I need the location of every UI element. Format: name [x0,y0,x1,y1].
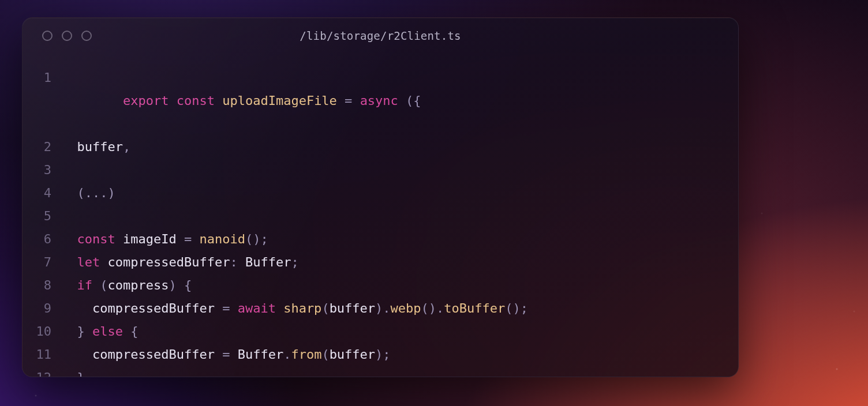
punct: ( [100,278,107,292]
line-number: 4 [31,182,62,205]
punct: (); [505,301,528,315]
identifier: compressedBuffer [92,301,215,315]
identifier: compressedBuffer [108,255,230,269]
punct: : [230,255,245,269]
code-line: 6 const imageId = nanoid(); [31,228,730,251]
call: sharp [283,301,321,315]
indent [62,186,77,200]
indent [62,324,77,339]
keyword-await: await [238,301,276,315]
line-number: 8 [31,274,62,297]
code-line: 4 (...) [31,182,730,205]
punct: ( [321,301,329,315]
ellipsis: (...) [77,186,115,200]
punct: , [123,140,130,154]
function-name: uploadImageFile [222,93,337,108]
close-icon[interactable] [42,31,53,41]
operator: = [177,232,200,246]
identifier: imageId [123,232,177,246]
code-line: 2 buffer, [31,136,730,159]
titlebar: /lib/storage/r2Client.ts [23,18,738,54]
indent [62,255,77,269]
code-line: 10 } else { [31,320,730,343]
keyword-export: export [123,93,169,108]
code-line: 9 compressedBuffer = await sharp(buffer)… [31,297,730,320]
line-number: 7 [31,251,62,274]
call: nanoid [199,232,245,246]
code-editor[interactable]: 1 export const uploadImageFile = async (… [23,54,738,377]
line-number: 3 [31,159,62,182]
keyword-if: if [77,278,93,292]
code-line: 12 } [31,366,730,377]
indent [62,278,77,292]
line-number: 11 [31,343,62,366]
indent [62,370,77,377]
keyword-let: let [77,255,100,269]
punct: } [77,324,93,339]
call: from [291,347,321,362]
line-number: 6 [31,228,62,251]
punct: ). [375,301,391,315]
editor-window: /lib/storage/r2Client.ts 1 export const … [22,17,739,377]
punct: ; [291,255,298,269]
line-number: 1 [31,66,62,89]
window-title: /lib/storage/r2Client.ts [23,29,738,42]
punct: { [123,324,139,339]
line-number: 12 [31,366,62,377]
operator: = [215,347,238,362]
call: toBuffer [444,301,505,315]
line-number: 2 [31,136,62,159]
punct: . [283,347,291,362]
line-number: 9 [31,297,62,320]
punct: } [77,370,85,377]
type: Buffer [238,347,283,362]
operator: = [337,93,360,108]
code-line: 7 let compressedBuffer: Buffer; [31,251,730,274]
identifier: buffer [77,140,123,154]
code-line: 11 compressedBuffer = Buffer.from(buffer… [31,343,730,366]
punct: ( [321,347,329,362]
indent [62,140,77,154]
type: Buffer [245,255,291,269]
minimize-icon[interactable] [62,31,72,41]
code-line: 3 [31,159,730,182]
indent [62,232,77,246]
keyword-else: else [92,324,123,339]
identifier: buffer [330,347,375,362]
keyword-const: const [177,93,215,108]
indent [62,347,92,362]
operator: = [215,301,238,315]
code-line: 5 [31,205,730,228]
call: webp [391,301,421,315]
identifier: compressedBuffer [92,347,215,362]
line-number: 10 [31,320,62,343]
identifier: buffer [330,301,375,315]
traffic-lights [42,18,92,54]
punct: ) { [169,278,192,292]
punct: ({ [398,93,421,108]
keyword-async: async [360,93,398,108]
indent [62,301,92,315]
identifier: compress [108,278,169,292]
code-line: 8 if (compress) { [31,274,730,297]
keyword-const: const [77,232,115,246]
code-line: 1 export const uploadImageFile = async (… [31,66,730,136]
line-number: 5 [31,205,62,228]
punct: (); [245,232,268,246]
punct: ); [375,347,391,362]
zoom-icon[interactable] [81,31,92,41]
punct: (). [421,301,444,315]
